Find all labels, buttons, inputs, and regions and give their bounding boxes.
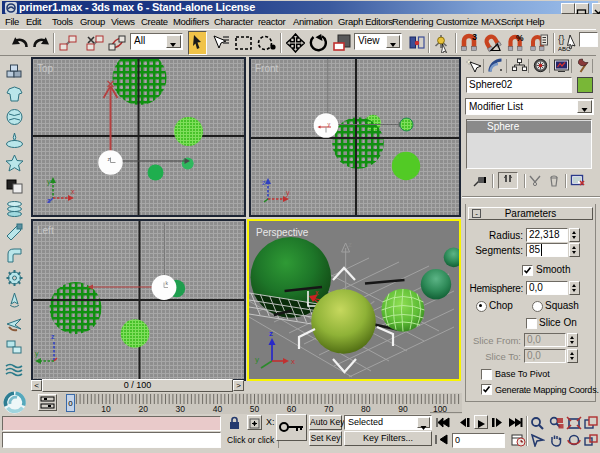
svg-text:ABC: ABC	[558, 46, 571, 52]
svg-text:80: 80	[361, 404, 371, 414]
svg-text:y: y	[328, 121, 331, 127]
svg-text:z: z	[348, 240, 352, 249]
svg-text:Front: Front	[255, 63, 279, 74]
svg-text:z: z	[262, 179, 266, 186]
svg-text:y: y	[255, 355, 259, 364]
svg-text:Perspective: Perspective	[256, 227, 309, 238]
svg-text:z: z	[269, 329, 273, 338]
svg-text:y: y	[47, 178, 51, 186]
svg-text:{}: {}	[558, 34, 565, 45]
svg-text:y: y	[35, 350, 39, 358]
svg-text:30: 30	[176, 404, 186, 414]
svg-text:40: 40	[213, 404, 223, 414]
svg-text:x: x	[315, 289, 319, 296]
svg-text:x: x	[291, 357, 295, 366]
svg-text:Left: Left	[37, 225, 54, 236]
svg-text:x: x	[71, 188, 75, 195]
svg-text:20: 20	[138, 404, 148, 414]
svg-text:3: 3	[472, 32, 477, 42]
svg-text:70: 70	[324, 404, 334, 414]
svg-text:90: 90	[398, 404, 408, 414]
svg-text:Top: Top	[37, 63, 54, 74]
svg-text:%: %	[516, 33, 524, 43]
svg-text:z: z	[51, 333, 55, 340]
svg-text:10: 10	[101, 404, 111, 414]
svg-text:z: z	[108, 156, 111, 162]
svg-text:60: 60	[287, 404, 297, 414]
svg-text:50: 50	[250, 404, 260, 414]
svg-text:y: y	[286, 189, 290, 197]
